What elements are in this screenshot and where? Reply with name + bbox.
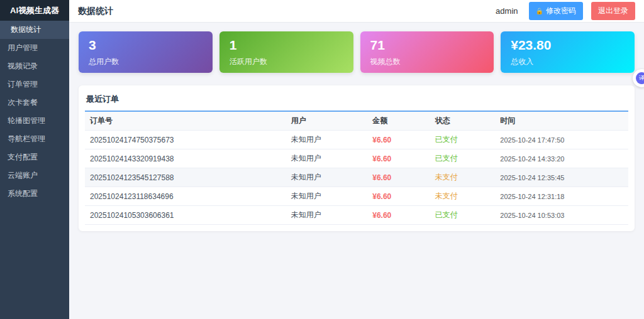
sidebar-item[interactable]: 视频记录	[0, 57, 69, 75]
user-cell: 未知用户	[286, 206, 368, 225]
app: AI视频生成器 数据统计用户管理视频记录订单管理次卡套餐轮播图管理导航栏管理支付…	[0, 0, 644, 319]
orders-header-row: 订单号用户金额状态时间	[85, 112, 628, 131]
user-cell: 未知用户	[286, 187, 368, 206]
sidebar-item[interactable]: 支付配置	[0, 148, 69, 166]
sidebar-item[interactable]: 导航栏管理	[0, 130, 69, 148]
orders-table: 订单号用户金额状态时间 20251024174750375673未知用户¥6.6…	[85, 112, 628, 225]
order-no-cell: 20251024123118634696	[85, 187, 286, 206]
amount-cell: ¥6.60	[367, 149, 430, 168]
sidebar-item[interactable]: 系统配置	[0, 185, 69, 203]
amount-cell: ¥6.60	[367, 168, 430, 187]
column-header: 状态	[430, 112, 496, 131]
time-cell: 2025-10-24 14:33:20	[495, 149, 628, 168]
main-area: 数据统计 admin 🔒 修改密码 退出登录 3总用户数1活跃用户数71视频总数…	[69, 0, 644, 319]
stat-value: 71	[370, 38, 484, 53]
content: 3总用户数1活跃用户数71视频总数¥23.80总收入 最近订单 订单号用户金额状…	[69, 23, 644, 319]
app-logo-title: AI视频生成器	[0, 0, 69, 21]
stat-value: ¥23.80	[511, 38, 625, 53]
status-cell: 未支付	[430, 168, 496, 187]
user-cell: 未知用户	[286, 131, 368, 149]
time-cell: 2025-10-24 10:53:03	[495, 206, 628, 225]
orders-table-body: 20251024174750375673未知用户¥6.60已支付2025-10-…	[85, 131, 628, 225]
stat-label: 活跃用户数	[230, 57, 343, 67]
sidebar-item[interactable]: 用户管理	[0, 39, 69, 57]
recent-orders-card: 最近订单 订单号用户金额状态时间 20251024174750375673未知用…	[79, 85, 635, 231]
topbar-actions: admin 🔒 修改密码 退出登录	[496, 2, 635, 20]
table-row: 20251024105303606361未知用户¥6.60已支付2025-10-…	[85, 206, 628, 225]
status-cell: 已支付	[430, 149, 496, 168]
lock-icon: 🔒	[536, 8, 543, 14]
stat-card-total-videos: 71视频总数	[360, 31, 494, 73]
sidebar-menu: 数据统计用户管理视频记录订单管理次卡套餐轮播图管理导航栏管理支付配置云端账户系统…	[0, 21, 69, 203]
stat-card-total-users: 3总用户数	[79, 31, 213, 73]
time-cell: 2025-10-24 12:31:18	[495, 187, 628, 206]
sidebar: AI视频生成器 数据统计用户管理视频记录订单管理次卡套餐轮播图管理导航栏管理支付…	[0, 0, 69, 319]
time-cell: 2025-10-24 17:47:50	[495, 131, 628, 149]
stat-value: 1	[230, 38, 343, 53]
column-header: 时间	[495, 112, 628, 131]
order-no-cell: 20251024174750375673	[85, 131, 286, 149]
recent-orders-title: 最近订单	[85, 92, 628, 112]
stat-cards: 3总用户数1活跃用户数71视频总数¥23.80总收入	[79, 31, 635, 73]
change-password-button[interactable]: 🔒 修改密码	[529, 2, 583, 20]
status-cell: 已支付	[430, 206, 496, 225]
order-no-cell: 20251024143320919438	[85, 149, 286, 168]
sidebar-item[interactable]: 次卡套餐	[0, 94, 69, 112]
order-no-cell: 20251024123545127588	[85, 168, 286, 187]
stat-label: 总用户数	[89, 57, 203, 67]
user-cell: 未知用户	[286, 168, 368, 187]
time-cell: 2025-10-24 12:35:45	[495, 168, 628, 187]
stat-value: 3	[89, 38, 203, 53]
page-title: 数据统计	[78, 6, 113, 17]
column-header: 用户	[286, 112, 368, 131]
table-row: 20251024143320919438未知用户¥6.60已支付2025-10-…	[85, 149, 628, 168]
column-header: 订单号	[85, 112, 286, 131]
table-row: 20251024123545127588未知用户¥6.60未支付2025-10-…	[85, 168, 628, 187]
sidebar-item[interactable]: 轮播图管理	[0, 112, 69, 130]
stat-label: 总收入	[511, 57, 625, 67]
stat-label: 视频总数	[370, 57, 484, 67]
username-label: admin	[496, 6, 518, 16]
translate-icon: 译	[636, 72, 644, 84]
order-no-cell: 20251024105303606361	[85, 206, 286, 225]
logout-label: 退出登录	[598, 6, 628, 16]
topbar: 数据统计 admin 🔒 修改密码 退出登录	[69, 0, 644, 23]
sidebar-item[interactable]: 云端账户	[0, 166, 69, 185]
amount-cell: ¥6.60	[367, 131, 430, 149]
status-cell: 未支付	[430, 187, 496, 206]
sidebar-item[interactable]: 数据统计	[0, 21, 69, 39]
amount-cell: ¥6.60	[367, 187, 430, 206]
table-row: 20251024123118634696未知用户¥6.60未支付2025-10-…	[85, 187, 628, 206]
status-cell: 已支付	[430, 131, 496, 149]
column-header: 金额	[367, 112, 430, 131]
stat-card-active-users: 1活跃用户数	[219, 31, 353, 73]
sidebar-item[interactable]: 订单管理	[0, 75, 69, 94]
logout-button[interactable]: 退出登录	[591, 2, 635, 20]
change-password-label: 修改密码	[546, 6, 576, 16]
table-row: 20251024174750375673未知用户¥6.60已支付2025-10-…	[85, 131, 628, 149]
stat-card-revenue: ¥23.80总收入	[501, 31, 635, 73]
amount-cell: ¥6.60	[367, 206, 430, 225]
user-cell: 未知用户	[286, 149, 368, 168]
